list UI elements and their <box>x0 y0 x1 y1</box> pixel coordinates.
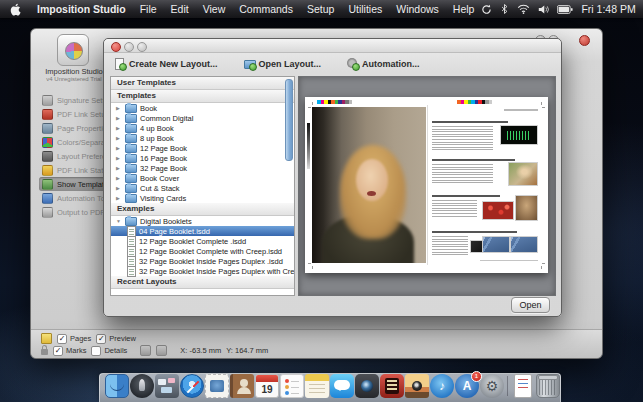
dialog-minimize-button[interactable] <box>124 42 134 52</box>
example-file-row[interactable]: 12 Page Booklet Complete .isdd <box>111 236 294 246</box>
dvd-player-icon[interactable] <box>380 374 404 398</box>
calendar-day: 19 <box>256 382 278 398</box>
dialog-close-button[interactable] <box>111 42 121 52</box>
disclosure-triangle-icon[interactable]: ▶ <box>116 105 122 111</box>
disclosure-triangle-icon[interactable]: ▶ <box>116 145 122 151</box>
section-header-user-templates: User Templates <box>111 77 294 90</box>
list-scrollbar-thumb[interactable] <box>285 79 293 161</box>
page-properties-icon <box>42 123 53 134</box>
template-folder-row[interactable]: ▶Cut & Stack <box>111 183 294 193</box>
disclosure-triangle-icon[interactable]: ▶ <box>116 165 122 171</box>
disclosure-triangle-icon[interactable]: ▶ <box>116 195 122 201</box>
folder-label: 16 Page Book <box>140 154 187 163</box>
portrait-thumbnail <box>508 162 538 186</box>
wifi-icon[interactable] <box>517 4 530 14</box>
snap-tool-icon[interactable] <box>156 345 167 356</box>
mission-control-icon[interactable] <box>155 374 179 398</box>
menu-edit[interactable]: Edit <box>164 3 196 15</box>
menu-bar-clock[interactable]: Fri 1:48 PM <box>581 3 635 15</box>
apple-menu[interactable] <box>9 3 21 16</box>
disclosure-triangle-icon[interactable]: ▶ <box>116 185 122 191</box>
finder-icon[interactable] <box>105 374 129 398</box>
disclosure-triangle-icon[interactable]: ▶ <box>116 155 122 161</box>
template-folder-row[interactable]: ▶Book <box>111 103 294 113</box>
iphoto-icon[interactable] <box>405 374 429 398</box>
menu-setup[interactable]: Setup <box>300 3 341 15</box>
open-layout-button[interactable]: Open Layout... <box>244 58 322 69</box>
example-file-row[interactable]: 12 Page Booklet Complete with Creep.isdd <box>111 246 294 256</box>
disclosure-triangle-icon[interactable]: ▶ <box>116 135 122 141</box>
section-header-examples: Examples <box>111 203 294 216</box>
menu-view[interactable]: View <box>196 3 233 15</box>
template-folder-row[interactable]: ▶32 Page Book <box>111 163 294 173</box>
photo-booth-icon[interactable] <box>355 374 379 398</box>
safari-icon[interactable] <box>180 374 204 398</box>
documents-icon[interactable] <box>514 374 532 398</box>
automation-button[interactable]: Automation... <box>347 58 420 69</box>
right-page-articles <box>429 107 541 263</box>
menu-utilities[interactable]: Utilities <box>341 3 389 15</box>
trash-icon[interactable] <box>536 374 560 398</box>
folder-label: Book Cover <box>140 174 179 183</box>
reminders-icon[interactable] <box>280 374 304 398</box>
volume-icon[interactable] <box>538 4 549 15</box>
pdf-link-setup-icon <box>42 109 53 120</box>
article-section <box>432 159 538 184</box>
open-button[interactable]: Open <box>511 297 550 313</box>
template-folder-row[interactable]: ▶Visiting Cards <box>111 193 294 203</box>
dialog-zoom-button[interactable] <box>137 42 147 52</box>
article-section <box>432 231 538 256</box>
disclosure-triangle-icon[interactable]: ▶ <box>116 115 122 121</box>
folder-label: Digital Booklets <box>140 217 192 226</box>
spread-fold-line <box>427 105 428 265</box>
launchpad-icon[interactable] <box>130 374 154 398</box>
template-folder-row[interactable]: ▶12 Page Book <box>111 143 294 153</box>
itunes-icon[interactable]: ♪ <box>430 374 454 398</box>
layout-preview-pane <box>298 76 556 296</box>
mail-icon[interactable] <box>205 374 229 398</box>
example-file-row[interactable]: 32 Page Booklet Inside Pages Duplex with… <box>111 266 294 276</box>
menu-commands[interactable]: Commands <box>232 3 300 15</box>
dialog-titlebar[interactable] <box>104 39 561 53</box>
section-header-templates: Templates <box>111 90 294 103</box>
button-label: Create New Layout... <box>129 59 218 69</box>
contacts-icon[interactable] <box>230 374 254 398</box>
details-checkbox[interactable]: Details <box>91 346 127 356</box>
examples-folder-row[interactable]: ▼Digital Booklets <box>111 216 294 226</box>
create-new-layout-button[interactable]: Create New Layout... <box>114 58 218 69</box>
folder-label: Visiting Cards <box>140 194 186 203</box>
battery-icon[interactable] <box>557 5 573 14</box>
menu-app-name[interactable]: Imposition Studio <box>30 3 133 15</box>
menu-help[interactable]: Help <box>446 3 482 15</box>
disclosure-triangle-icon[interactable]: ▶ <box>116 175 122 181</box>
folder-icon <box>125 184 137 193</box>
messages-icon[interactable] <box>330 374 354 398</box>
pages-checkbox[interactable]: ✓Pages <box>57 334 91 344</box>
app-store-icon[interactable]: 1 <box>455 374 479 398</box>
notes-icon[interactable] <box>305 374 329 398</box>
app-logo-icon <box>57 34 89 66</box>
disclosure-triangle-icon[interactable]: ▶ <box>116 125 122 131</box>
marks-checkbox[interactable]: ✓Marks <box>53 346 86 356</box>
document-icon <box>127 266 136 277</box>
template-folder-row[interactable]: ▶4 up Book <box>111 123 294 133</box>
sync-icon[interactable] <box>481 4 492 15</box>
window-close-button[interactable] <box>579 35 590 46</box>
hand-tool-icon[interactable] <box>140 345 151 356</box>
calendar-icon[interactable]: 19 <box>255 374 279 398</box>
template-folder-row[interactable]: ▶8 up Book <box>111 133 294 143</box>
system-preferences-icon[interactable]: ⚙ <box>480 374 504 398</box>
flowers-thumbnail <box>482 201 514 220</box>
menu-windows[interactable]: Windows <box>389 3 446 15</box>
example-file-row-selected[interactable]: 04 Page Booklet.isdd <box>111 226 294 236</box>
bluetooth-icon[interactable] <box>500 3 509 15</box>
template-folder-row[interactable]: ▶Common Digital <box>111 113 294 123</box>
preview-checkbox[interactable]: ✓Preview <box>96 334 136 344</box>
disclosure-triangle-icon[interactable]: ▼ <box>116 218 122 224</box>
blue-crystal-thumbnail <box>510 236 538 253</box>
menu-file[interactable]: File <box>133 3 164 15</box>
example-file-row[interactable]: 32 Page Booklet Inside Pages Duplex .isd… <box>111 256 294 266</box>
template-folder-row[interactable]: ▶Book Cover <box>111 173 294 183</box>
checkbox-label: Details <box>104 346 127 355</box>
template-folder-row[interactable]: ▶16 Page Book <box>111 153 294 163</box>
